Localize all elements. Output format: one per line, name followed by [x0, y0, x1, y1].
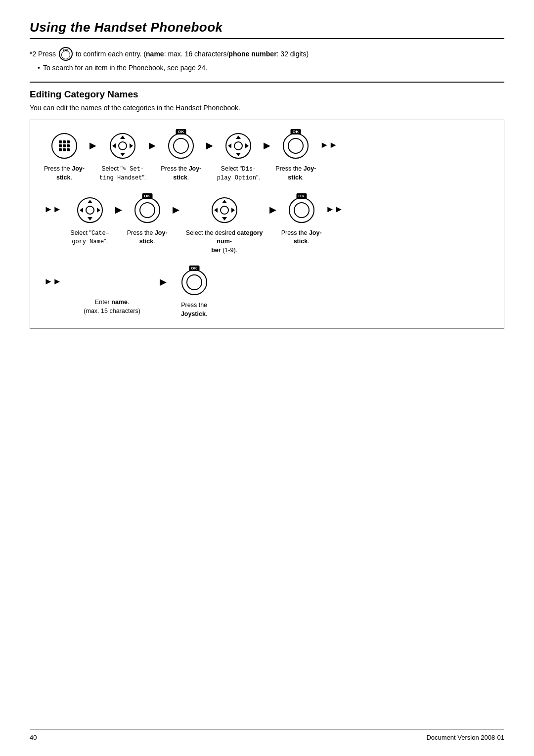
ok-button-final: OK — [181, 269, 207, 295]
step-joystick-3: Select "Cate–gory Name". — [68, 194, 112, 247]
ok-button-2: OK — [283, 133, 309, 159]
bullet-dot: • — [38, 64, 40, 72]
joystick-icon-3 — [77, 197, 103, 223]
step-enter-name: Enter name.(max. 15 characters) — [68, 267, 157, 315]
bullet-line-1: • To search for an item in the Phonebook… — [38, 64, 504, 72]
step-caption-11: Press the Joystick. — [170, 301, 219, 318]
footer-page-number: 40 — [30, 734, 37, 741]
arrow-6: ▶ — [170, 204, 182, 215]
step-ok-3: OK Press the Joy-stick. — [125, 194, 170, 246]
step-ok-2: OK Press the Joy-stick. — [273, 130, 318, 182]
double-arrow-end-2: ►► — [324, 204, 346, 215]
steps-row-3: ►► Enter name.(max. 15 characters) ▶ OK … — [42, 267, 492, 318]
step-joystick-1: Select "✎ Set-ting Handset". — [99, 130, 146, 182]
step-caption-10: Enter name.(max. 15 characters) — [84, 298, 140, 315]
joystick-icon-1 — [110, 133, 135, 159]
step-caption-2: Select "✎ Set-ting Handset". — [99, 165, 146, 182]
grid-icon — [59, 140, 70, 151]
right-arrow — [130, 143, 133, 148]
page-content: Using the Handset Phonebook *2 Press OK … — [0, 0, 534, 383]
section-title: Editing Category Names — [30, 89, 504, 100]
note-suffix: to confirm each entry. (name: max. 16 ch… — [76, 50, 309, 58]
steps-row-2: ►► Select "Cate–gory Name". — [42, 194, 492, 255]
ok-button-1: OK — [168, 133, 194, 159]
title-divider — [30, 38, 504, 39]
arrow-3: ▶ — [203, 140, 216, 151]
arrow-2: ▶ — [146, 140, 159, 151]
step-joystick-2: Select "Dis-play Option". — [216, 130, 261, 182]
double-arrow-start-2: ►► — [42, 204, 64, 215]
arrow-1: ▶ — [87, 140, 99, 151]
joystick-icon-4 — [212, 197, 237, 223]
left-arrow — [112, 143, 116, 148]
left-arrow-2 — [228, 143, 231, 148]
step-ok-1: OK Press the Joy-stick. — [159, 130, 203, 182]
bullet-text: To search for an item in the Phonebook, … — [43, 64, 207, 72]
up-arrow — [120, 135, 125, 139]
ok-inline-icon: OK — [59, 47, 73, 61]
step-joystick-final: OK Press the Joystick. — [170, 267, 219, 318]
down-arrow-2 — [236, 153, 241, 156]
section-desc: You can edit the names of the categories… — [30, 104, 504, 112]
note-prefix: *2 Press — [30, 50, 56, 58]
step-menu-icon: Press the Joy-stick. — [42, 130, 87, 182]
section-divider — [30, 82, 504, 83]
ok-button-3: OK — [134, 197, 160, 223]
arrow-4: ▶ — [261, 140, 273, 151]
step-caption-4: Select "Dis-play Option". — [217, 165, 260, 182]
step-caption-8: Select the desired category num-ber (1-9… — [182, 229, 267, 255]
step-caption-5: Press the Joy-stick. — [275, 165, 316, 182]
step-caption-7: Press the Joy-stick. — [127, 229, 168, 246]
up-arrow-2 — [236, 135, 241, 139]
right-arrow-2 — [245, 143, 249, 148]
step-joystick-4: Select the desired category num-ber (1-9… — [182, 194, 267, 255]
steps-row-1: Press the Joy-stick. ▶ S — [42, 130, 492, 182]
double-arrow-end-1: ►► — [318, 140, 340, 150]
down-arrow — [120, 153, 125, 156]
arrow-8: ▶ — [157, 276, 170, 287]
arrow-5: ▶ — [112, 204, 125, 215]
step-caption-1: Press the Joy-stick. — [44, 165, 85, 182]
step-ok-4: OK Press the Joy-stick. — [279, 194, 324, 246]
menu-button — [51, 133, 77, 159]
double-arrow-start-3: ►► — [42, 276, 64, 287]
step-caption-9: Press the Joy-stick. — [281, 229, 322, 246]
steps-box: Press the Joy-stick. ▶ S — [30, 120, 504, 329]
step-caption-3: Press the Joy-stick. — [161, 165, 201, 182]
note-line-1: *2 Press OK to confirm each entry. (name… — [30, 47, 504, 61]
step-caption-6: Select "Cate–gory Name". — [70, 229, 109, 247]
page-title: Using the Handset Phonebook — [30, 20, 504, 35]
arrow-7: ▶ — [267, 204, 279, 215]
footer-doc-version: Document Version 2008-01 — [426, 734, 504, 741]
page-footer: 40 Document Version 2008-01 — [30, 729, 504, 741]
joystick-icon-2 — [225, 133, 251, 159]
ok-button-4: OK — [289, 197, 314, 223]
